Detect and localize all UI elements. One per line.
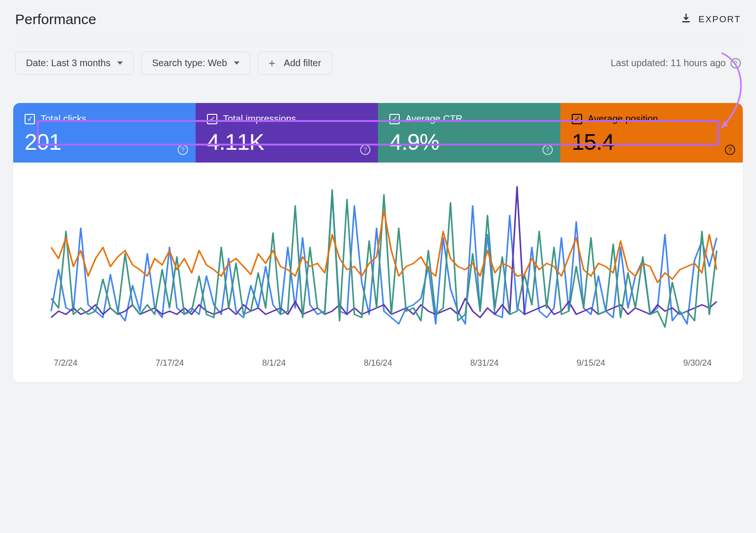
line-chart bbox=[27, 181, 729, 352]
last-updated-label: Last updated: 11 hours ago bbox=[610, 58, 726, 69]
metric-label: Average position bbox=[588, 113, 658, 124]
x-tick-label: 9/15/24 bbox=[577, 358, 605, 368]
search-type-label: Search type: Web bbox=[152, 58, 227, 69]
metric-label: Total clicks bbox=[41, 113, 86, 124]
series-line-average-position bbox=[51, 211, 717, 283]
last-updated: Last updated: 11 hours ago ? bbox=[610, 58, 741, 69]
checkbox-icon: ✓ bbox=[572, 114, 582, 124]
metric-value: 4.9% bbox=[389, 129, 549, 155]
checkbox-icon: ✓ bbox=[389, 114, 400, 124]
help-icon[interactable]: ? bbox=[178, 145, 188, 155]
date-filter-label: Date: Last 3 months bbox=[26, 58, 111, 69]
x-tick-label: 7/2/24 bbox=[54, 358, 77, 368]
add-filter-label: Add filter bbox=[284, 58, 321, 69]
help-icon[interactable]: ? bbox=[730, 58, 741, 69]
page-title: Performance bbox=[15, 11, 96, 27]
metrics-tabs: ✓Total clicks201?✓Total impressions4.11K… bbox=[13, 103, 743, 163]
x-tick-label: 7/17/24 bbox=[155, 358, 184, 368]
x-axis-labels: 7/2/247/17/248/1/248/16/248/31/249/15/24… bbox=[27, 352, 729, 368]
help-icon[interactable]: ? bbox=[542, 145, 553, 155]
export-label: EXPORT bbox=[698, 14, 741, 25]
metric-label: Average CTR bbox=[405, 113, 463, 124]
help-icon[interactable]: ? bbox=[725, 145, 735, 155]
metric-tile-clicks[interactable]: ✓Total clicks201? bbox=[13, 103, 196, 163]
add-filter-chip[interactable]: + Add filter bbox=[258, 52, 332, 75]
checkbox-icon: ✓ bbox=[207, 114, 217, 124]
chevron-down-icon bbox=[117, 61, 123, 65]
metric-tile-position[interactable]: ✓Average position15.4? bbox=[560, 103, 743, 163]
x-tick-label: 8/1/24 bbox=[262, 358, 286, 368]
performance-card: ✓Total clicks201?✓Total impressions4.11K… bbox=[13, 103, 743, 382]
header-row: Performance EXPORT bbox=[13, 9, 743, 40]
search-type-filter-chip[interactable]: Search type: Web bbox=[141, 52, 250, 75]
date-filter-chip[interactable]: Date: Last 3 months bbox=[15, 52, 134, 75]
checkbox-icon: ✓ bbox=[25, 114, 35, 124]
metric-value: 4.11K bbox=[207, 129, 367, 155]
download-icon bbox=[680, 13, 692, 26]
metric-tile-ctr[interactable]: ✓Average CTR4.9%? bbox=[378, 103, 560, 163]
export-button[interactable]: EXPORT bbox=[680, 13, 741, 26]
x-tick-label: 8/31/24 bbox=[470, 358, 498, 368]
filters-row: Date: Last 3 months Search type: Web + A… bbox=[13, 40, 743, 75]
chart-area: 7/2/247/17/248/1/248/16/248/31/249/15/24… bbox=[13, 163, 743, 382]
metric-label: Total impressions bbox=[223, 113, 296, 124]
metric-value: 201 bbox=[25, 129, 184, 155]
x-tick-label: 8/16/24 bbox=[364, 358, 392, 368]
metric-value: 15.4 bbox=[572, 129, 731, 155]
x-tick-label: 9/30/24 bbox=[683, 358, 712, 368]
help-icon[interactable]: ? bbox=[360, 145, 370, 155]
chevron-down-icon bbox=[234, 61, 240, 65]
metric-tile-impressions[interactable]: ✓Total impressions4.11K? bbox=[196, 103, 378, 163]
